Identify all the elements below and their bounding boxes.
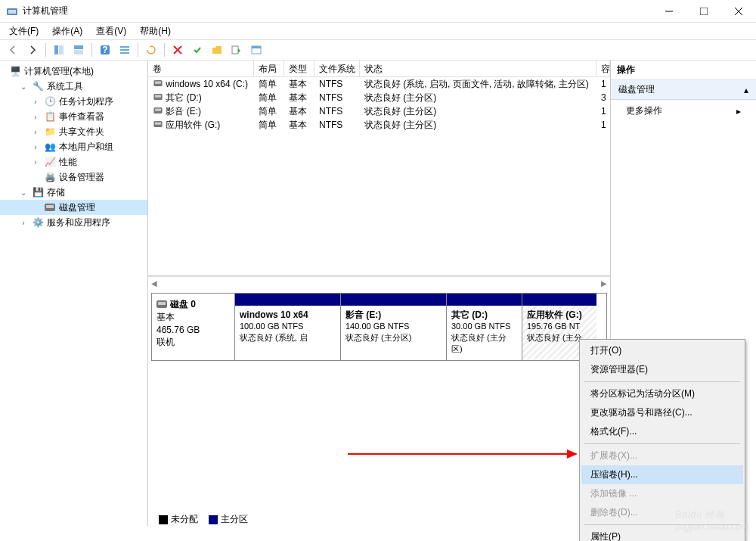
menu-bar: 文件(F) 操作(A) 查看(V) 帮助(H): [0, 23, 756, 39]
col-status[interactable]: 状态: [360, 61, 596, 76]
disk-graphic-pane: 磁盘 0 基本 465.76 GB 联机 windows 10 x64100.0…: [148, 290, 610, 526]
table-row[interactable]: windows 10 x64 (C:)简单基本NTFS状态良好 (系统, 启动,…: [148, 77, 610, 91]
clock-icon: 🕒: [44, 95, 56, 107]
delete-button[interactable]: [169, 42, 186, 58]
svg-rect-7: [59, 45, 64, 54]
event-icon: 📋: [44, 110, 56, 123]
toolbar-view1-button[interactable]: [51, 42, 67, 58]
window-titlebar: 计算机管理: [0, 0, 756, 23]
window-title: 计算机管理: [23, 5, 652, 17]
svg-rect-14: [120, 52, 129, 54]
ctx-explorer[interactable]: 资源管理器(E): [581, 360, 743, 379]
tree-localusers[interactable]: ›👥本地用户和组: [0, 139, 147, 154]
svg-rect-1: [8, 10, 16, 14]
table-row[interactable]: 其它 (D:)简单基本NTFS状态良好 (主分区)3: [148, 91, 610, 104]
legend-unallocated-icon: [159, 515, 168, 524]
tree-eventviewer[interactable]: ›📋事件查看器: [0, 109, 147, 124]
toolbar-check-button[interactable]: [189, 42, 206, 58]
tree-storage[interactable]: ⌄💾存储: [0, 185, 147, 200]
ctx-properties[interactable]: 属性(P): [581, 527, 743, 541]
tree-devicemgr[interactable]: 🖨️设备管理器: [0, 169, 147, 185]
menu-help[interactable]: 帮助(H): [140, 25, 171, 38]
disk-row: 磁盘 0 基本 465.76 GB 联机 windows 10 x64100.0…: [151, 293, 607, 361]
tree-root[interactable]: 🖥️计算机管理(本地): [0, 64, 147, 79]
disk-icon: [156, 300, 167, 308]
ctx-mark-active[interactable]: 将分区标记为活动分区(M): [581, 384, 743, 403]
svg-rect-13: [120, 49, 129, 51]
ctx-add-mirror: 添加镜像 ...: [581, 484, 743, 503]
col-filesystem[interactable]: 文件系统: [314, 61, 360, 76]
menu-action[interactable]: 操作(A): [52, 25, 82, 38]
volume-table-header: 卷 布局 类型 文件系统 状态 容: [148, 61, 610, 77]
svg-rect-19: [252, 46, 261, 48]
legend: 未分配 主分区: [159, 513, 248, 526]
center-pane: 卷 布局 类型 文件系统 状态 容 windows 10 x64 (C:)简单基…: [148, 61, 611, 526]
chevron-right-icon: ▸: [736, 106, 741, 117]
perf-icon: 📈: [44, 156, 56, 168]
ctx-shrink[interactable]: 压缩卷(H)...: [581, 465, 743, 484]
svg-text:?: ?: [102, 45, 107, 55]
col-type[interactable]: 类型: [284, 61, 314, 76]
col-layout[interactable]: 布局: [254, 61, 284, 76]
window-minimize-button[interactable]: [652, 0, 686, 23]
ctx-format[interactable]: 格式化(F)...: [581, 422, 743, 441]
back-button[interactable]: [5, 42, 21, 58]
tree-pane: 🖥️计算机管理(本地) ⌄🔧系统工具 ›🕒任务计划程序 ›📋事件查看器 ›📁共享…: [0, 61, 148, 526]
svg-rect-12: [120, 46, 129, 48]
disk-info[interactable]: 磁盘 0 基本 465.76 GB 联机: [152, 294, 235, 360]
table-row[interactable]: 应用软件 (G:)简单基本NTFS状态良好 (主分区)1: [148, 118, 610, 132]
volume-table: 卷 布局 类型 文件系统 状态 容 windows 10 x64 (C:)简单基…: [148, 61, 610, 276]
toolbar-list-button[interactable]: [116, 42, 133, 58]
window-maximize-button[interactable]: [686, 0, 721, 23]
storage-icon: 💾: [32, 186, 44, 198]
toolbar-props-button[interactable]: [228, 42, 245, 58]
services-icon: ⚙️: [32, 216, 44, 229]
table-row[interactable]: 影音 (E:)简单基本NTFS状态良好 (主分区)1: [148, 104, 610, 118]
tree-tasks[interactable]: ›🕒任务计划程序: [0, 94, 147, 109]
col-capacity[interactable]: 容: [596, 61, 610, 76]
legend-primary-icon: [209, 515, 218, 524]
folder-share-icon: 📁: [44, 126, 56, 138]
toolbar-view2-button[interactable]: [70, 42, 87, 58]
menu-file[interactable]: 文件(F): [9, 25, 39, 38]
window-close-button[interactable]: [721, 0, 756, 23]
partition[interactable]: 其它 (D:)30.00 GB NTFS状态良好 (主分区): [447, 294, 522, 360]
actions-header: 操作: [611, 61, 756, 80]
svg-rect-17: [232, 46, 238, 54]
computer-icon: 🖥️: [9, 65, 21, 77]
app-icon: [6, 5, 18, 17]
svg-rect-6: [54, 45, 58, 54]
refresh-button[interactable]: [143, 42, 160, 58]
toolbar: ?: [0, 39, 756, 61]
tree-services[interactable]: ›⚙️服务和应用程序: [0, 215, 147, 230]
ctx-open[interactable]: 打开(O): [581, 341, 743, 360]
partition[interactable]: 影音 (E:)140.00 GB NTFS状态良好 (主分区): [341, 294, 447, 360]
tree-systools[interactable]: ⌄🔧系统工具: [0, 79, 147, 94]
tree-performance[interactable]: ›📈性能: [0, 154, 147, 169]
toolbar-folder-button[interactable]: [209, 42, 225, 58]
collapse-icon: ▴: [744, 85, 748, 95]
menu-view[interactable]: 查看(V): [96, 25, 126, 38]
tree-sharedfolders[interactable]: ›📁共享文件夹: [0, 124, 147, 139]
toolbar-window-button[interactable]: [248, 42, 265, 58]
tools-icon: 🔧: [32, 80, 44, 92]
device-icon: 🖨️: [44, 171, 56, 183]
svg-rect-3: [700, 8, 708, 15]
scroll-right-icon[interactable]: ▶: [601, 279, 607, 288]
forward-button[interactable]: [24, 42, 41, 58]
actions-more[interactable]: 更多操作▸: [611, 100, 756, 122]
col-volume[interactable]: 卷: [148, 61, 254, 76]
ctx-extend: 扩展卷(X)...: [581, 446, 743, 465]
context-menu: 打开(O) 资源管理器(E) 将分区标记为活动分区(M) 更改驱动器号和路径(C…: [579, 339, 745, 541]
partition[interactable]: windows 10 x64100.00 GB NTFS状态良好 (系统, 启: [235, 294, 341, 360]
scroll-left-icon[interactable]: ◀: [151, 279, 157, 288]
horizontal-scrollbar[interactable]: ◀ ▶: [148, 276, 610, 290]
actions-group[interactable]: 磁盘管理▴: [611, 80, 756, 100]
users-icon: 👥: [44, 141, 56, 153]
ctx-change-letter[interactable]: 更改驱动器号和路径(C)...: [581, 403, 743, 422]
disk-icon: [44, 201, 56, 213]
ctx-delete-volume: 删除卷(D)...: [581, 503, 743, 522]
help-button[interactable]: ?: [97, 42, 113, 58]
tree-diskmgmt[interactable]: 磁盘管理: [0, 200, 147, 215]
svg-rect-9: [74, 50, 83, 54]
